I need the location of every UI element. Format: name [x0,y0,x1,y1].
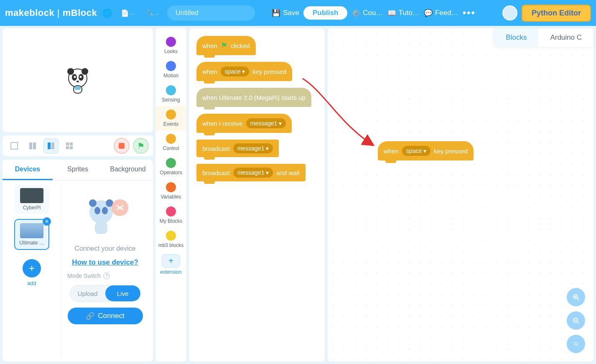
green-flag-icon: ⚑ [221,41,227,50]
extension-button[interactable]: + [162,254,180,267]
category-mb3-blocks[interactable]: mb3 blocks [155,227,186,252]
svg-rect-11 [29,143,32,149]
connect-button[interactable]: 🔗 Connect [68,308,143,324]
edit-menu[interactable]: 🔧… [142,9,163,17]
svg-rect-10 [11,143,18,149]
category-looks[interactable]: Looks [155,33,186,58]
globe-icon[interactable]: 🌐 [101,7,113,19]
stage-controls: ⚑ [3,135,153,156]
courses-button[interactable]: ⚙️ Cou… [351,9,383,18]
tab-devices[interactable]: Devices [3,160,53,180]
stop-button[interactable] [114,138,130,154]
tab-sprites[interactable]: Sprites [53,160,103,180]
block-palette: when ⚑ clicked when space ▾ key pressed … [189,28,325,361]
howto-link[interactable]: How to use device? [72,258,138,267]
device-list: CyberPi ✕ Ultimate … + add [7,185,57,357]
key-dropdown[interactable]: space ▾ [221,66,249,76]
save-button[interactable]: 💾 Save [272,9,299,18]
layout-side-button[interactable] [43,138,59,153]
message-dropdown[interactable]: message1 ▾ [233,143,273,153]
zoom-in-button[interactable] [567,288,585,306]
close-icon[interactable]: ✕ [43,217,51,226]
category-events[interactable]: Events [155,106,186,130]
key-dropdown[interactable]: space ▾ [402,146,430,156]
mode-live[interactable]: Live [105,285,140,301]
left-column: ⚑ Devices Sprites Background CyberPi ✕ U [3,28,153,361]
message-dropdown[interactable]: message1 ▾ [233,168,273,178]
help-icon[interactable]: ? [103,272,110,279]
script-canvas[interactable]: Blocks Arduino C when space ▾ key presse… [328,28,593,361]
svg-point-5 [74,76,76,78]
add-device-button[interactable]: + [23,259,41,277]
category-sensing[interactable]: Sensing [155,82,186,106]
block-when-flag-clicked[interactable]: when ⚑ clicked [196,36,256,55]
topbar: makeblock | mBlock 🌐 📄… 🔧… Untitled 💾 Sa… [0,0,596,26]
project-name-input[interactable]: Untitled [167,5,255,20]
mode-switch[interactable]: Upload Live [70,285,141,302]
brand-logo: makeblock | mBlock [5,8,97,18]
svg-rect-9 [75,87,81,90]
svg-point-2 [82,68,88,75]
device-illustration [78,193,132,239]
zoom-out-button[interactable] [567,311,585,330]
tab-arduino[interactable]: Arduino C [538,28,593,47]
svg-rect-18 [70,146,73,149]
canvas-block-when-key-pressed[interactable]: when space ▾ key pressed [378,141,474,160]
svg-point-7 [76,81,79,82]
devices-body: CyberPi ✕ Ultimate … + add [3,181,153,361]
category-operators[interactable]: Operators [155,155,186,179]
zoom-controls: = [567,288,585,353]
svg-line-27 [577,298,579,300]
block-when-key-pressed[interactable]: when space ▾ key pressed [196,62,292,81]
message-dropdown[interactable]: message1 ▾ [246,118,286,128]
asset-panel: Devices Sprites Background CyberPi ✕ Ult… [3,160,153,361]
svg-rect-16 [70,143,73,145]
link-icon: 🔗 [86,312,94,321]
feedback-button[interactable]: 💬 Feed… [424,9,458,18]
device-ultimate[interactable]: ✕ Ultimate … [14,219,49,250]
user-avatar[interactable] [502,5,517,20]
tab-background[interactable]: Background [103,160,153,180]
file-menu[interactable]: 📄… [117,9,138,17]
svg-rect-13 [48,143,51,149]
svg-rect-14 [51,143,54,149]
zoom-reset-button[interactable]: = [567,335,585,353]
mode-switch-label: Mode Switch ? [67,272,110,279]
category-control[interactable]: Control [155,130,186,155]
device-cyberpi[interactable]: CyberPi [14,185,49,214]
svg-rect-24 [95,221,107,234]
block-when-starts-up[interactable]: when Ultimate 2.0 (MegaPi) starts up [196,88,311,107]
more-menu[interactable]: ••• [463,7,476,19]
extension-label: extension [160,269,181,275]
python-editor-button[interactable]: Python Editor [522,5,591,22]
svg-point-23 [102,207,108,214]
svg-point-1 [67,68,74,75]
layout-split-button[interactable] [25,138,40,153]
fullscreen-button[interactable] [7,138,22,153]
stage [3,28,153,132]
svg-rect-15 [66,143,69,145]
block-when-i-receive[interactable]: when I receive message1 ▾ [196,114,292,133]
panda-sprite[interactable] [63,66,92,95]
code-tabs: Blocks Arduino C [494,28,593,47]
category-variables[interactable]: Variables [155,179,186,203]
svg-point-20 [89,199,97,207]
category-motion[interactable]: Motion [155,58,186,82]
svg-point-6 [80,76,82,78]
device-info: Connect your device How to use device? M… [61,185,149,357]
publish-button[interactable]: Publish [303,6,347,20]
add-label: add [27,280,36,286]
svg-line-31 [577,322,579,323]
asset-tabs: Devices Sprites Background [3,160,153,181]
svg-rect-12 [33,143,36,149]
block-broadcast[interactable]: broadcast message1 ▾ [196,140,279,157]
tab-blocks[interactable]: Blocks [494,28,538,47]
tutorials-button[interactable]: 📖 Tuto… [387,9,420,18]
category-column: LooksMotionSensingEventsControlOperators… [155,28,186,361]
connect-message: Connect your device [75,245,136,252]
green-flag-button[interactable]: ⚑ [133,138,149,154]
block-broadcast-and-wait[interactable]: broadcast message1 ▾ and wait [196,164,306,181]
layout-grid-button[interactable] [62,138,77,153]
category-my-blocks[interactable]: My Blocks [155,203,186,227]
mode-upload[interactable]: Upload [70,285,105,301]
